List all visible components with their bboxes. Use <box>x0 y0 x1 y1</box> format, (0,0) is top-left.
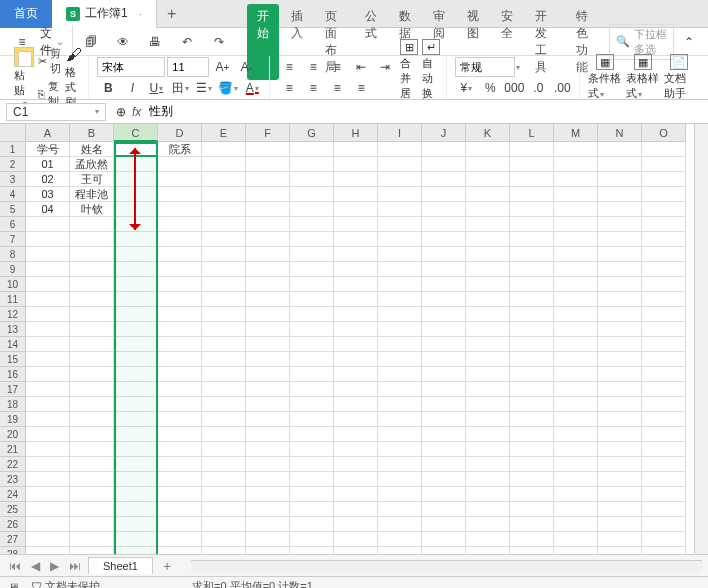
cell[interactable] <box>26 247 70 262</box>
cell[interactable] <box>246 337 290 352</box>
cell[interactable] <box>378 142 422 157</box>
cell[interactable] <box>378 367 422 382</box>
cell[interactable] <box>114 382 158 397</box>
cell[interactable] <box>70 352 114 367</box>
cell[interactable] <box>114 352 158 367</box>
percent-button[interactable]: % <box>479 78 501 98</box>
cell[interactable] <box>202 442 246 457</box>
cell[interactable] <box>158 427 202 442</box>
cell[interactable] <box>202 322 246 337</box>
cell[interactable] <box>422 517 466 532</box>
cell[interactable] <box>642 217 686 232</box>
cell[interactable] <box>202 157 246 172</box>
cell[interactable] <box>246 232 290 247</box>
sheet-nav-prev[interactable]: ◀ <box>28 559 43 573</box>
cell[interactable] <box>598 547 642 554</box>
cell[interactable] <box>554 412 598 427</box>
col-header-F[interactable]: F <box>246 124 290 142</box>
cell[interactable] <box>554 187 598 202</box>
cell[interactable] <box>422 202 466 217</box>
cell[interactable] <box>510 142 554 157</box>
cell[interactable] <box>246 292 290 307</box>
cell[interactable]: 性别 <box>114 142 158 157</box>
cell[interactable] <box>642 472 686 487</box>
cell[interactable] <box>554 487 598 502</box>
col-header-K[interactable]: K <box>466 124 510 142</box>
cell[interactable] <box>378 187 422 202</box>
row-header[interactable]: 27 <box>0 532 26 547</box>
cell[interactable] <box>158 382 202 397</box>
cell[interactable] <box>554 262 598 277</box>
cell[interactable] <box>290 247 334 262</box>
row-header[interactable]: 12 <box>0 307 26 322</box>
cell[interactable] <box>510 472 554 487</box>
cell[interactable] <box>158 187 202 202</box>
cell[interactable] <box>642 322 686 337</box>
cell[interactable] <box>510 367 554 382</box>
cell[interactable] <box>334 157 378 172</box>
cell[interactable] <box>114 157 158 172</box>
cell[interactable] <box>378 427 422 442</box>
cell[interactable]: 叶钦 <box>70 202 114 217</box>
cell[interactable] <box>422 157 466 172</box>
cell[interactable] <box>510 187 554 202</box>
cell[interactable]: 学号 <box>26 142 70 157</box>
number-format-select[interactable] <box>455 57 515 77</box>
ribbon-collapse[interactable]: ⌃ <box>678 32 700 52</box>
cell[interactable] <box>466 412 510 427</box>
col-header-L[interactable]: L <box>510 124 554 142</box>
cell[interactable] <box>554 292 598 307</box>
cell[interactable] <box>290 412 334 427</box>
cell[interactable] <box>466 217 510 232</box>
col-header-H[interactable]: H <box>334 124 378 142</box>
cell[interactable] <box>378 517 422 532</box>
cell[interactable] <box>642 412 686 427</box>
cell[interactable] <box>510 352 554 367</box>
bookmark-icon[interactable]: 🖥 <box>8 581 19 589</box>
cell[interactable] <box>378 307 422 322</box>
cell[interactable] <box>554 202 598 217</box>
decrease-font-button[interactable]: A- <box>235 57 257 77</box>
cell[interactable] <box>510 262 554 277</box>
cell[interactable] <box>598 442 642 457</box>
select-all-corner[interactable] <box>0 124 26 142</box>
cell[interactable] <box>378 262 422 277</box>
cell[interactable] <box>70 442 114 457</box>
cell[interactable] <box>26 472 70 487</box>
cell[interactable] <box>642 367 686 382</box>
cell[interactable] <box>598 157 642 172</box>
cell[interactable] <box>554 397 598 412</box>
row-header[interactable]: 9 <box>0 262 26 277</box>
print-button[interactable]: 🖶 <box>141 31 169 53</box>
cell[interactable] <box>422 352 466 367</box>
cell[interactable] <box>334 532 378 547</box>
tab-home[interactable]: 首页 <box>0 0 52 28</box>
cell[interactable] <box>158 352 202 367</box>
row-header[interactable]: 6 <box>0 217 26 232</box>
cell[interactable] <box>334 277 378 292</box>
cell[interactable] <box>334 487 378 502</box>
cell[interactable] <box>422 307 466 322</box>
cell[interactable] <box>422 382 466 397</box>
sheet-nav-last[interactable]: ⏭ <box>66 559 84 573</box>
cell[interactable] <box>246 157 290 172</box>
cell[interactable] <box>70 217 114 232</box>
cell[interactable] <box>642 337 686 352</box>
cell[interactable] <box>114 412 158 427</box>
cell[interactable] <box>246 217 290 232</box>
sheet-nav-next[interactable]: ▶ <box>47 559 62 573</box>
row-header[interactable]: 1 <box>0 142 26 157</box>
cell[interactable] <box>334 232 378 247</box>
cell[interactable] <box>334 472 378 487</box>
cell[interactable] <box>158 232 202 247</box>
cell[interactable] <box>246 412 290 427</box>
cell[interactable] <box>290 232 334 247</box>
row-header[interactable]: 24 <box>0 487 26 502</box>
cell[interactable] <box>202 247 246 262</box>
cell[interactable] <box>554 337 598 352</box>
cell[interactable]: 程非池 <box>70 187 114 202</box>
cell[interactable] <box>554 517 598 532</box>
horizontal-scrollbar[interactable] <box>191 560 702 572</box>
cell[interactable] <box>510 517 554 532</box>
cell[interactable] <box>466 442 510 457</box>
